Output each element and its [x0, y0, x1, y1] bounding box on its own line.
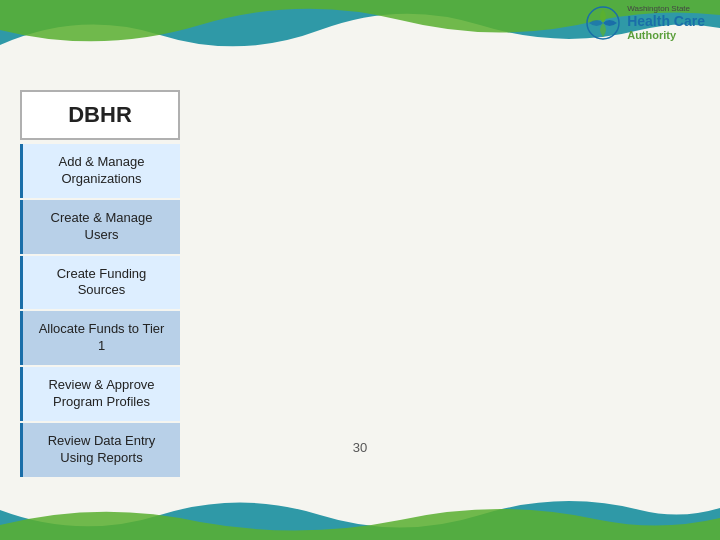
- dbhr-title-box: DBHR: [20, 90, 180, 140]
- page-title: DBHR: [42, 102, 158, 128]
- menu-item-review-approve[interactable]: Review & Approve Program Profiles: [20, 367, 180, 421]
- main-content-area: DBHR Add & Manage OrganizationsCreate & …: [20, 90, 180, 479]
- page-number: 30: [353, 440, 367, 455]
- menu-list: Add & Manage OrganizationsCreate & Manag…: [20, 144, 180, 477]
- logo-line1: Health Care: [627, 14, 705, 29]
- logo-icon: [585, 5, 621, 41]
- logo-line2: Authority: [627, 29, 705, 41]
- logo-text-block: Washington State Health Care Authority: [627, 5, 705, 41]
- menu-item-create-funding[interactable]: Create Funding Sources: [20, 256, 180, 310]
- menu-item-allocate-funds[interactable]: Allocate Funds to Tier 1: [20, 311, 180, 365]
- menu-item-create-manage-users[interactable]: Create & Manage Users: [20, 200, 180, 254]
- menu-item-review-data[interactable]: Review Data Entry Using Reports: [20, 423, 180, 477]
- logo-area: Washington State Health Care Authority: [585, 5, 705, 41]
- menu-item-add-manage-org[interactable]: Add & Manage Organizations: [20, 144, 180, 198]
